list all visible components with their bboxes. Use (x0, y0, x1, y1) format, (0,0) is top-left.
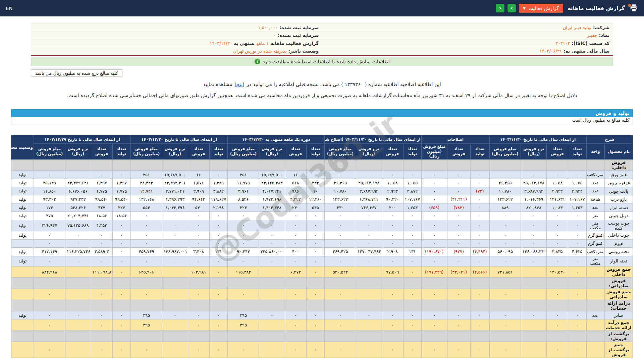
product-name: تخته روسی (604, 248, 633, 256)
value-cell: ۲,۹۰۸ (382, 248, 403, 256)
section-label: فروش داخلی: (604, 159, 633, 170)
value-cell: ۰ (403, 171, 421, 179)
product-status: تولید (11, 195, 34, 203)
product-unit: کیلو گرم (586, 239, 604, 248)
value-cell: ۰ (489, 212, 521, 220)
empty-cell (131, 330, 162, 342)
value-cell: ۸۸۴,۹۶۸ (34, 266, 65, 278)
product-row: فیبر ورقمترمکعب۰۰۰۰۰۰۰۰۰۰۰۰۱۶۱۵,۶۸۷,۵۰۰۲… (11, 171, 633, 179)
fiscal-year-value: ۱۴۰۴/۰۶/۳۱ (539, 48, 562, 54)
value-cell: ۹۳,۳۰۲ (34, 195, 65, 203)
value-cell: ۰ (547, 289, 568, 300)
value-cell: ۰ (259, 231, 285, 239)
product-name: جمع فروش داخلی (604, 266, 633, 278)
value-cell: ۱,۰۵۸ (547, 179, 568, 187)
empty-cell (547, 330, 568, 342)
banner-text: اطلاعات نمایش داده شده با اطلاعات امضا ش… (263, 59, 389, 64)
product-row: پالت چوبیعدد۳,۹۴۴۲,۹۲۳۳,۶۸۷,۹۹۲۱۰,۷۸۰(۷۲… (11, 187, 633, 195)
value-cell: ۰ (228, 231, 259, 239)
value-cell (162, 342, 188, 358)
value-cell: ۰ (65, 256, 91, 266)
product-row: هیزمکیلو گرم۰۰۰۰۰۰۰۰۰۰۰۰۰۰۰۰۰۰۰۰۰۰۰ (11, 239, 633, 248)
value-cell: ۶,۴۷۲ (285, 266, 306, 278)
product-name: چوب داخلی (604, 231, 633, 239)
value-cell: ۳,۹۴۴ (568, 187, 586, 195)
next-announcement-button[interactable]: › (507, 4, 516, 13)
name-column-header: نام محصول (604, 143, 633, 159)
language-en-link[interactable]: EN (6, 5, 12, 11)
value-cell: ۳,۹۶۱ (228, 187, 259, 195)
product-name: بازو درب (604, 195, 633, 203)
product-status: تولید (11, 171, 34, 179)
value-cell: ۰ (422, 195, 447, 203)
previous-announcement-button[interactable]: ‹ (496, 4, 504, 13)
value-cell: ۱,۶۵۳ (568, 203, 586, 212)
value-cell: ۰ (447, 289, 470, 300)
value-cell: ۰ (188, 256, 209, 266)
value-cell: ۵۱۸ (285, 179, 306, 187)
value-cell: ۰ (112, 256, 130, 266)
value-cell: ۰ (188, 311, 209, 319)
value-cell (521, 319, 547, 330)
product-unit (586, 289, 604, 300)
product-row: بازو دربشاخه۱۰۷,۱۶۷۱۲۱,۶۳۱۱,۰۱۶,۳۶۹۱۲۳,۶… (11, 195, 633, 203)
value-cell: ۰ (306, 248, 324, 256)
product-name: جمع درآمد ارائه خدمات (604, 319, 633, 330)
empty-cell (91, 159, 112, 170)
value-cell: ۰ (470, 212, 489, 220)
report-period-cell: گزارش فعالیت ماهانه۱ ماههمنتهی به۱۴۰۳/۱۲… (31, 41, 322, 46)
value-cell: ۱۳۲,۱۴۸ (131, 195, 162, 203)
value-cell: ۳,۸۳۵ (547, 248, 568, 256)
value-cell: ۳۰۰ (382, 203, 403, 212)
sub-column-header: مبلغ فروش (میلیون ریال) (131, 143, 162, 159)
value-cell: ۰ (209, 266, 227, 278)
value-cell: ۰ (422, 179, 447, 187)
value-cell (65, 319, 91, 330)
value-cell: ۰ (306, 342, 324, 358)
value-cell: ۲۶,۴۶۵ (325, 179, 356, 187)
value-cell: ۰ (382, 256, 403, 266)
value-cell: ۲۳۰ (325, 203, 356, 212)
value-cell: ۰ (325, 256, 356, 266)
value-cell: ۳۹۵ (228, 319, 259, 330)
value-cell: ۰ (470, 319, 489, 330)
previous-version-link[interactable]: اینجا (235, 81, 244, 87)
report-type-dropdown[interactable]: گزارش فعالیت ▼ (519, 4, 563, 13)
value-cell: ۵۳۰,۵۲۲ (325, 266, 356, 278)
value-cell: ۲۴,۳۹۳,۴۰۱ (162, 179, 188, 187)
empty-cell (209, 159, 227, 170)
value-cell: ۳۶۹,۴۲۵ (325, 248, 356, 256)
value-cell: ۰ (306, 319, 324, 330)
page-title: گزارش فعالیت ماهانه (568, 5, 625, 11)
value-cell: ۰ (356, 256, 382, 266)
value-cell: ۱,۷۷۵ (112, 187, 130, 195)
print-icon[interactable] (629, 4, 638, 12)
value-cell: ۰ (209, 220, 227, 231)
value-cell: ۰ (447, 342, 470, 358)
value-cell: (۱۹۱,۳۲۹) (422, 266, 447, 278)
empty-cell (259, 330, 285, 342)
sub-column-header: تعداد فروش (285, 143, 306, 159)
value-cell: ۰ (547, 311, 568, 319)
value-cell: ۰ (209, 256, 227, 266)
value-cell: ۰ (547, 319, 568, 330)
value-cell: ۶,۶۷۶,۰۵۶ (65, 187, 91, 195)
info-icon: i (255, 59, 260, 64)
product-status (11, 342, 34, 358)
value-cell: ۰ (209, 319, 227, 330)
value-cell (521, 266, 547, 278)
value-cell: ۰ (306, 212, 324, 220)
product-name: پالت چوبی (604, 187, 633, 195)
unit-column-header: واحد (586, 143, 604, 159)
value-cell: ۰ (34, 311, 65, 319)
value-cell (259, 342, 285, 358)
value-cell: ۹۸۶ (285, 187, 306, 195)
value-cell: ۱,۰۵۸ (382, 179, 403, 187)
value-cell: ۱۱۶,۲۲۵,۷۳۶ (65, 248, 91, 256)
value-cell: ۰ (228, 289, 259, 300)
value-cell: ۳,۸۷۲ (403, 187, 421, 195)
sub-column-header: نرخ فروش (ریال) (521, 143, 547, 159)
value-cell: ۰ (306, 266, 324, 278)
group-header: اصلاحات (422, 135, 490, 144)
status-column-header: وضعیت محصول-واحد (11, 135, 34, 160)
